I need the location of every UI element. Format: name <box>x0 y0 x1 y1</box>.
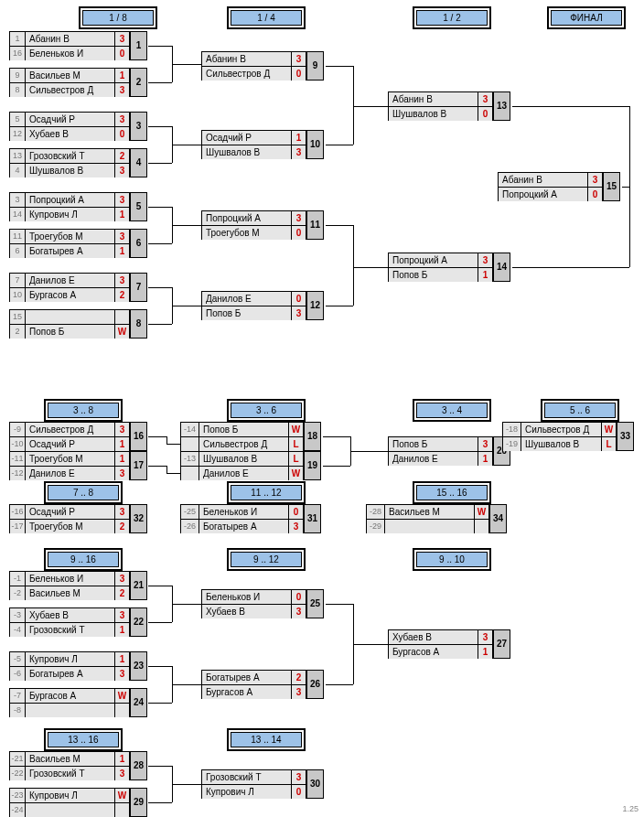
match-row: -6Богатырев А3 <box>9 666 130 681</box>
seed-cell <box>181 467 199 480</box>
match: -9Сильвестров Д3-10Осадчий Р116 <box>9 422 130 451</box>
score-cell: 3 <box>115 423 129 436</box>
match: 13Грозовский Т24Шушвалов В34 <box>9 148 130 177</box>
player-name: Шушвалов В <box>202 145 292 159</box>
score-cell: W <box>289 467 303 480</box>
score-cell: W <box>115 325 129 339</box>
round-header: 3 .. 8 <box>48 403 119 418</box>
match-row: Попроцкий А3 <box>201 210 306 225</box>
score-cell: L <box>602 437 616 451</box>
round-header: 1 / 2 <box>416 10 488 26</box>
match-id: 32 <box>130 504 147 533</box>
score-cell: 1 <box>478 645 492 659</box>
seed-cell: -16 <box>10 505 26 519</box>
seed-cell: -2 <box>10 586 26 600</box>
player-name: Сильвестров Д <box>199 437 289 451</box>
score-cell: 3 <box>115 230 129 243</box>
bracket-connector <box>148 622 172 623</box>
player-name: Васильев М <box>26 752 115 766</box>
player-name: Сильвестров Д <box>202 67 292 81</box>
player-name: Хубаев В <box>26 608 115 622</box>
bracket-connector <box>512 267 629 268</box>
match: -5Купрович Л1-6Богатырев А323 <box>9 651 130 681</box>
seed-cell: 4 <box>10 164 26 177</box>
match-id: 21 <box>130 571 147 600</box>
match: 11Троегубов М36Богатырев А16 <box>9 229 130 258</box>
match-id: 1 <box>130 31 147 60</box>
seed-cell: -19 <box>503 437 521 451</box>
score-cell: 1 <box>478 268 492 282</box>
seed-cell: -28 <box>367 505 385 519</box>
match-row: Абанин В3 <box>201 51 306 66</box>
match: -14Попов БWСильвестров ДL18 <box>180 422 304 451</box>
match-row: -7Бургасов АW <box>9 688 130 703</box>
score-cell: 3 <box>292 145 306 159</box>
player-name: Грозовский Т <box>26 767 115 780</box>
match-id: 28 <box>130 751 147 780</box>
match: Абанин В3Сильвестров Д09 <box>201 51 306 81</box>
match-row: Богатырев А2 <box>201 670 306 684</box>
seed-cell: -8 <box>10 704 26 717</box>
match-row: Попов Б1 <box>388 267 493 282</box>
player-name: Данилов Е <box>26 467 115 480</box>
bracket-connector <box>353 66 354 145</box>
round-header: 1 / 8 <box>82 10 154 26</box>
match-id: 11 <box>306 210 324 240</box>
seed-cell: 10 <box>10 288 26 302</box>
bracket-connector <box>148 666 172 667</box>
score-cell <box>115 704 129 717</box>
match-id: 27 <box>493 629 510 659</box>
match-id: 13 <box>493 91 510 121</box>
score-cell: 0 <box>292 226 306 240</box>
seed-cell: -29 <box>367 520 385 533</box>
bracket-canvas: 1 / 81 / 41 / 2ФИНАЛ3 .. 83 .. 63 .. 45 … <box>0 0 644 817</box>
match-row: -3Хубаев В3 <box>9 607 130 622</box>
match-id: 30 <box>306 769 324 799</box>
seed-cell: 8 <box>10 83 26 97</box>
score-cell: 0 <box>115 127 129 141</box>
match-row: 15 <box>9 309 130 324</box>
player-name: Васильев М <box>385 505 475 519</box>
seed-cell: -24 <box>10 803 26 817</box>
player-name: Бургасов А <box>202 685 292 699</box>
seed-cell: -23 <box>10 789 26 802</box>
match-row: Абанин В3 <box>388 91 493 106</box>
score-cell: W <box>475 505 488 519</box>
score-cell: W <box>115 789 129 802</box>
match: -3Хубаев В3-4Грозовский Т122 <box>9 607 130 637</box>
seed-cell: -6 <box>10 667 26 681</box>
player-name: Бургасов А <box>26 689 115 703</box>
match-row: Беленьков И0 <box>201 589 306 604</box>
player-name: Абанин В <box>499 173 588 187</box>
score-cell: 1 <box>115 652 129 666</box>
seed-cell: 3 <box>10 193 26 207</box>
score-cell: 3 <box>115 608 129 622</box>
player-name: Сильвестров Д <box>26 423 115 436</box>
match-id: 4 <box>130 148 147 177</box>
bracket-connector <box>353 106 388 107</box>
bracket-connector <box>148 82 172 83</box>
player-name: Попов Б <box>202 306 292 320</box>
round-header: 9 .. 10 <box>416 552 488 567</box>
score-cell: 2 <box>115 520 129 533</box>
match-row: Грозовский Т3 <box>201 769 306 784</box>
seed-cell: -17 <box>10 520 26 533</box>
match: -1Беленьков И3-2Васильев М221 <box>9 571 130 600</box>
player-name <box>26 704 115 717</box>
match-row: -18Сильвестров ДW <box>502 422 617 436</box>
round-header: 3 .. 6 <box>231 403 302 418</box>
seed-cell: -7 <box>10 689 26 703</box>
bracket-connector <box>622 187 629 188</box>
score-cell <box>115 310 129 324</box>
player-name: Данилов Е <box>199 467 289 480</box>
score-cell: W <box>289 423 303 436</box>
player-name: Беленьков И <box>199 505 289 519</box>
seed-cell: 2 <box>10 325 26 339</box>
match-id: 15 <box>603 172 620 201</box>
match: 152Попов БW8 <box>9 309 130 339</box>
bracket-connector <box>148 324 172 325</box>
seed-cell: -26 <box>181 520 199 533</box>
match-row: -9Сильвестров Д3 <box>9 422 130 436</box>
bracket-connector <box>350 451 388 452</box>
player-name <box>385 520 475 533</box>
